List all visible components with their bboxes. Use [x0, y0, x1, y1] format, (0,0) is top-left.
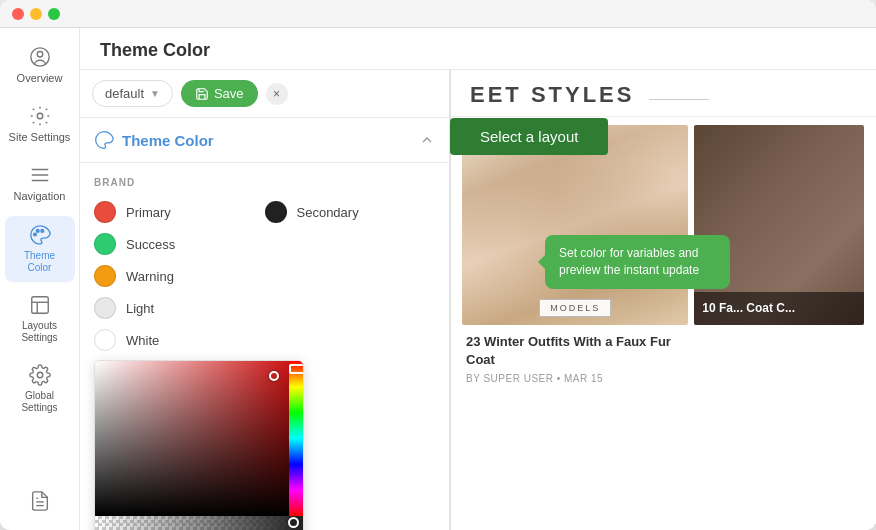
brand-colors-right: Secondary	[265, 196, 436, 228]
main-header: Theme Color	[80, 28, 876, 70]
sidebar-item-page-editor[interactable]	[5, 482, 75, 520]
menu-icon	[29, 164, 51, 186]
color-row-warning[interactable]: Warning	[94, 260, 265, 292]
svg-point-12	[37, 372, 43, 378]
sidebar-item-layouts-settings-label: LayoutsSettings	[21, 320, 57, 344]
hue-slider[interactable]	[289, 361, 304, 516]
close-panel-button[interactable]: ×	[266, 83, 288, 105]
color-picker-popup: Cancel Choose	[94, 360, 304, 530]
gear-icon	[29, 105, 51, 127]
sidebar: Overview Site Settings Navigation	[0, 28, 80, 530]
section-title: Theme Color	[122, 132, 214, 149]
warning-color-label: Warning	[126, 269, 174, 284]
file-edit-icon	[29, 490, 51, 512]
white-color-label: White	[126, 333, 159, 348]
light-color-label: Light	[126, 301, 154, 316]
settings-toolbar: default ▼ Save ×	[80, 70, 449, 118]
sidebar-item-site-settings-label: Site Settings	[9, 131, 71, 144]
color-gradient-area[interactable]	[95, 361, 304, 516]
svg-point-2	[37, 113, 43, 119]
tooltip-arrow	[538, 255, 545, 269]
palette-icon	[29, 224, 51, 246]
warning-color-swatch[interactable]	[94, 265, 116, 287]
sidebar-item-theme-color[interactable]: ThemeColor	[5, 216, 75, 282]
svg-point-1	[37, 52, 43, 58]
layout-icon	[29, 294, 51, 316]
app-window: Overview Site Settings Navigation	[0, 0, 876, 530]
brand-colors-grid: Primary Success Warning	[94, 196, 435, 356]
close-window-btn[interactable]	[12, 8, 24, 20]
preset-dropdown[interactable]: default ▼	[92, 80, 173, 107]
palette-section-icon	[94, 130, 114, 150]
circle-user-icon	[29, 46, 51, 68]
models-tag: MODELS	[539, 299, 611, 317]
tooltip-bubble: Set color for variables and preview the …	[545, 235, 730, 289]
maximize-window-btn[interactable]	[48, 8, 60, 20]
brand-label: BRAND	[94, 177, 435, 188]
titlebar	[0, 0, 876, 28]
color-row-secondary[interactable]: Secondary	[265, 196, 436, 228]
success-color-swatch[interactable]	[94, 233, 116, 255]
chevron-down-icon: ▼	[150, 88, 160, 99]
select-layout-bar[interactable]: Select a layout	[450, 118, 608, 155]
light-color-swatch[interactable]	[94, 297, 116, 319]
sidebar-item-site-settings[interactable]: Site Settings	[5, 97, 75, 152]
main-panel: Theme Color default ▼ Save	[80, 28, 876, 530]
secondary-color-label: Secondary	[297, 205, 359, 220]
primary-color-swatch[interactable]	[94, 201, 116, 223]
minimize-window-btn[interactable]	[30, 8, 42, 20]
blog-title: EET STYLES	[470, 82, 634, 107]
app-body: Overview Site Settings Navigation	[0, 28, 876, 530]
color-list: BRAND Primary	[80, 163, 449, 530]
sidebar-item-global-settings-label: GlobalSettings	[21, 390, 57, 414]
svg-point-8	[40, 229, 43, 232]
blog-card-2-overlay: 10 Fa... Coat C...	[694, 292, 864, 325]
blog-card-1-image: MODELS	[462, 125, 688, 325]
svg-point-7	[36, 229, 39, 232]
main-content: default ▼ Save ×	[80, 70, 876, 530]
color-row-success[interactable]: Success	[94, 228, 265, 260]
tooltip-text: Set color for variables and preview the …	[559, 246, 699, 277]
alpha-thumb	[288, 517, 299, 528]
sidebar-item-navigation[interactable]: Navigation	[5, 156, 75, 211]
secondary-color-swatch[interactable]	[265, 201, 287, 223]
alpha-slider[interactable]	[95, 516, 303, 530]
primary-color-label: Primary	[126, 205, 171, 220]
settings-panel: default ▼ Save ×	[80, 70, 450, 530]
sidebar-item-global-settings[interactable]: GlobalSettings	[5, 356, 75, 422]
sidebar-item-overview-label: Overview	[17, 72, 63, 85]
color-picker-container: Cancel Choose	[94, 360, 435, 530]
preview-area: Select a layout EET STYLES	[450, 70, 876, 530]
save-icon	[195, 87, 209, 101]
color-row-white[interactable]: White	[94, 324, 265, 356]
white-color-swatch[interactable]	[94, 329, 116, 351]
gear-cog-icon	[29, 364, 51, 386]
hue-handle	[289, 364, 304, 374]
color-row-primary[interactable]: Primary	[94, 196, 265, 228]
success-color-label: Success	[126, 237, 175, 252]
sidebar-item-theme-color-label: ThemeColor	[24, 250, 55, 274]
color-row-light[interactable]: Light	[94, 292, 265, 324]
gradient-field	[95, 361, 304, 516]
preset-dropdown-label: default	[105, 86, 144, 101]
sidebar-item-navigation-label: Navigation	[14, 190, 66, 203]
blog-header: EET STYLES	[450, 70, 876, 117]
save-button[interactable]: Save	[181, 80, 258, 107]
sidebar-item-layouts-settings[interactable]: LayoutsSettings	[5, 286, 75, 352]
sidebar-item-overview[interactable]: Overview	[5, 38, 75, 93]
chevron-up-icon[interactable]	[419, 132, 435, 148]
brand-colors-left: Primary Success Warning	[94, 196, 265, 356]
svg-rect-9	[31, 296, 48, 313]
gradient-cursor	[269, 371, 279, 381]
blog-card-1-title: 23 Winter Outfits With a Faux Fur Coat	[466, 333, 684, 369]
select-layout-label: Select a layout	[480, 128, 578, 145]
blog-card-1-info: 23 Winter Outfits With a Faux Fur Coat B…	[462, 325, 688, 392]
blog-card-2: 10 Fa... Coat C...	[694, 125, 864, 325]
blog-card-1-meta: BY SUPER USER • MAR 15	[466, 373, 684, 384]
theme-color-section-header: Theme Color	[80, 118, 449, 163]
page-title: Theme Color	[100, 40, 856, 61]
svg-point-6	[33, 233, 36, 236]
alpha-gradient	[95, 516, 303, 530]
